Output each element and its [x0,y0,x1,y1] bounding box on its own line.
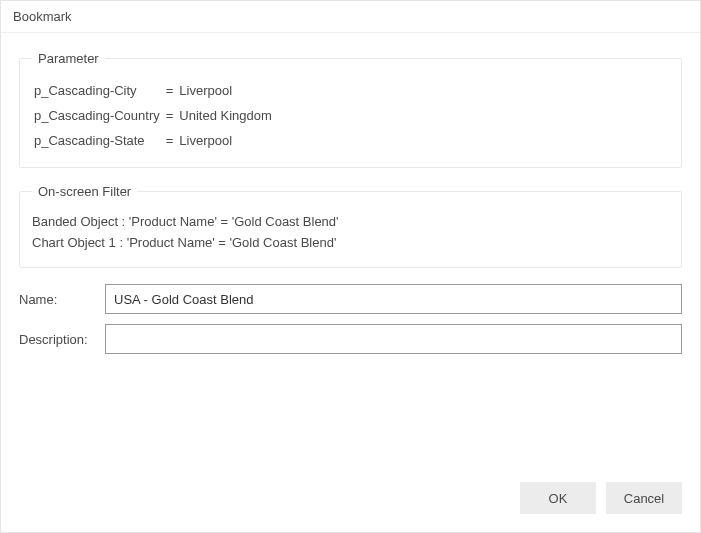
filter-fieldset: On-screen Filter Banded Object : 'Produc… [19,184,682,268]
filter-line: Chart Object 1 : 'Product Name' = 'Gold … [32,232,669,253]
dialog-footer: OK Cancel [1,468,700,532]
parameter-value: United Kingdom [177,103,274,128]
parameter-eq: = [162,78,178,103]
parameter-name: p_Cascading-State [32,128,162,153]
parameter-row: p_Cascading-Country = United Kingdom [32,103,274,128]
name-row: Name: [19,284,682,314]
description-input[interactable] [105,324,682,354]
filter-line: Banded Object : 'Product Name' = 'Gold C… [32,211,669,232]
parameter-value: Liverpool [177,128,274,153]
parameter-name: p_Cascading-City [32,78,162,103]
parameter-legend: Parameter [32,51,105,66]
ok-button[interactable]: OK [520,482,596,514]
parameter-eq: = [162,103,178,128]
filter-legend: On-screen Filter [32,184,137,199]
bookmark-dialog: Bookmark Parameter p_Cascading-City = Li… [0,0,701,533]
parameter-fieldset: Parameter p_Cascading-City = Liverpool p… [19,51,682,168]
dialog-title: Bookmark [1,1,700,33]
dialog-body: Parameter p_Cascading-City = Liverpool p… [1,33,700,468]
description-row: Description: [19,324,682,354]
parameter-table: p_Cascading-City = Liverpool p_Cascading… [32,78,274,153]
description-label: Description: [19,332,105,347]
name-input[interactable] [105,284,682,314]
name-label: Name: [19,292,105,307]
parameter-row: p_Cascading-State = Liverpool [32,128,274,153]
parameter-row: p_Cascading-City = Liverpool [32,78,274,103]
cancel-button[interactable]: Cancel [606,482,682,514]
parameter-name: p_Cascading-Country [32,103,162,128]
parameter-eq: = [162,128,178,153]
parameter-value: Liverpool [177,78,274,103]
